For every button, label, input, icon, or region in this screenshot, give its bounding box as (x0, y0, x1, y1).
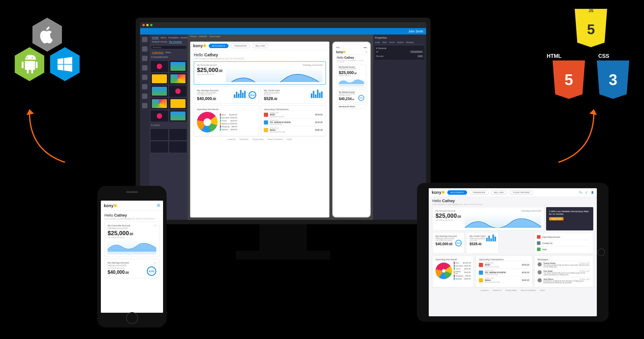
savings-card[interactable]: My Savings Account⋯ Savings xxxxxx2345 A… (104, 259, 160, 279)
tab-review[interactable]: Review (406, 41, 414, 44)
maximize-icon[interactable] (150, 24, 152, 26)
tab-look[interactable]: Look (375, 41, 380, 44)
section-dashboard[interactable]: ▾ DASHBOARD (151, 55, 187, 60)
spending-card[interactable]: Spending this Month Rent$3,000.00Educati… (432, 256, 474, 287)
component-thumb[interactable] (151, 98, 168, 109)
footer-link[interactable]: Privacy Policy (506, 289, 517, 291)
fav-account-card[interactable]: My Favourite Account Checking xxxxxx1234… (194, 61, 326, 85)
tab-default-library[interactable]: Default Library (152, 40, 167, 43)
library-search-input[interactable] (151, 45, 187, 49)
component-thumb[interactable] (169, 141, 187, 153)
messages-card[interactable]: Messages Tommy Parker15 May, 2017We had … (534, 256, 593, 287)
tool-icon[interactable] (142, 75, 147, 80)
footer-link[interactable]: Locate Us (481, 289, 489, 291)
tab-form[interactable]: Form (389, 41, 395, 44)
component-thumb[interactable] (169, 98, 187, 109)
upcoming-card[interactable]: Upcoming Transactions 15 May, 2017AT&TMo… (476, 256, 533, 287)
tab-skins[interactable]: Skins (160, 36, 166, 39)
transaction-row[interactable]: 15 May, 2017AT&TMobile phone for May$250… (264, 111, 323, 118)
cart-icon[interactable]: 🛒 (585, 191, 588, 194)
nav-offers[interactable]: YOUR OFFERS (510, 190, 533, 195)
message-row[interactable]: Tom Smith15 May, 2017You have reached th… (538, 269, 590, 277)
transaction-row[interactable]: 15 May, 2017TO: JASON D'COSTAHouse rent … (264, 118, 323, 126)
quick-link[interactable]: Open New Account› (537, 234, 591, 240)
tool-icon[interactable] (142, 94, 147, 99)
transaction-row[interactable]: 15 May, 2017GeicoAuto insurance for May$… (479, 276, 529, 284)
nav-billpay[interactable]: BILL PAY (252, 44, 269, 48)
component-thumb[interactable] (151, 110, 168, 122)
footer-link[interactable]: Privacy Policy (253, 138, 264, 140)
nav-transfer[interactable]: TRANSFER (469, 190, 489, 195)
tab-templates[interactable]: Templates (168, 36, 179, 39)
more-icon[interactable]: ⋯ (154, 261, 156, 264)
show-notes-toggle[interactable]: Show Notes (209, 35, 221, 37)
minimize-icon[interactable] (146, 24, 149, 26)
subtab-collections[interactable]: Collections (152, 51, 163, 54)
spending-card[interactable]: Spending this Month Rent$3,000.00Educati… (194, 105, 259, 136)
tool-icon[interactable] (142, 65, 147, 71)
component-thumb[interactable] (151, 61, 168, 72)
menu-icon[interactable]: ≡ (366, 51, 367, 53)
component-thumb[interactable] (169, 61, 187, 72)
upcoming-card[interactable]: Upcoming Transactions 15 May, 2017AT&TMo… (261, 105, 326, 136)
promo-card[interactable]: 2.99% Low Variable Introductory Rate for… (546, 207, 593, 230)
savings-card[interactable]: My Savings Account Savings xxxxxx2345 AV… (432, 232, 464, 254)
component-thumb[interactable] (151, 86, 168, 97)
tool-icon[interactable] (142, 84, 147, 89)
section-lists[interactable]: ▾ LISTS (151, 123, 187, 128)
tool-icon[interactable] (142, 37, 147, 42)
transaction-row[interactable]: 15 May, 2017AT&TMobile phone for May$250… (479, 261, 529, 268)
more-icon[interactable]: ⋯ (154, 224, 156, 227)
tool-icon[interactable] (142, 103, 147, 108)
tab-skin[interactable]: Skin (382, 41, 387, 44)
component-thumb[interactable] (169, 73, 187, 84)
device-select[interactable]: iPhone (190, 35, 197, 37)
subtab-skins[interactable]: Skins (165, 51, 171, 54)
search-icon[interactable]: 🔍 (579, 191, 582, 194)
component-thumb[interactable] (169, 86, 187, 97)
ide-user[interactable]: John Smith (408, 30, 423, 33)
nav-accounts[interactable]: ACCOUNTS (209, 44, 229, 48)
component-thumb[interactable] (151, 129, 168, 140)
apply-now-button[interactable]: Apply Now (549, 217, 564, 220)
nav-transfer[interactable]: TRANSFER (231, 44, 250, 48)
transaction-row[interactable]: 15 May, 2017GeicoAuto insurance for May$… (264, 126, 323, 134)
tool-icon[interactable] (142, 46, 147, 52)
savings-card[interactable]: My Savings Account Savings xxxxxx2345 AV… (194, 86, 259, 104)
transaction-row[interactable]: 15 May, 2017TO: JASON D'COSTAHouse rent … (479, 268, 529, 276)
quick-link[interactable]: Contact Us› (537, 240, 591, 246)
prop-id-value[interactable]: frmActDash (410, 50, 423, 53)
component-thumb[interactable] (169, 110, 187, 122)
component-thumb[interactable] (169, 129, 187, 140)
component-thumb[interactable] (151, 73, 168, 84)
tool-icon[interactable] (142, 56, 147, 61)
footer-link[interactable]: FAQ's (287, 138, 292, 140)
fav-account-card[interactable]: My Favourite AccountChecking xxxxxx1234 … (432, 207, 544, 230)
user-icon[interactable]: 👤 (591, 191, 594, 194)
last-signed: LAST SIGNED IN SEPTEMBER 26, 2017 AT 5:3… (194, 58, 326, 60)
nav-accounts[interactable]: ACCOUNTS (447, 190, 467, 195)
credit-card[interactable]: My Credit Card Visa xxxxxx2345 BALANCE $… (466, 232, 498, 254)
prop-render-value[interactable]: Edit (417, 55, 423, 58)
component-thumb[interactable] (151, 141, 168, 153)
fav-account-card[interactable]: My Favourite Account⋯ Checking xxxxxx123… (104, 222, 160, 257)
message-row[interactable]: Joan Ellson15 May, 2017Powered by artifi… (538, 277, 590, 285)
footer-link[interactable]: Terms & Conditions (268, 138, 283, 140)
tab-assets[interactable]: Assets (180, 36, 188, 39)
footer-link[interactable]: FAQ's (540, 289, 545, 291)
props-section[interactable]: ▾ General (376, 47, 423, 50)
resolution-select[interactable]: 640x960 (199, 35, 207, 37)
footer-link[interactable]: Terms & Conditions (521, 289, 536, 291)
quick-link[interactable]: Help› (537, 246, 591, 252)
footer-link[interactable]: Contact Us (493, 289, 502, 291)
footer-link[interactable]: Locate Us (228, 138, 236, 140)
tab-action[interactable]: Action (397, 41, 404, 44)
close-icon[interactable] (142, 24, 145, 26)
footer-link[interactable]: Contact Us (240, 138, 249, 140)
credit-card[interactable]: My Credit Card Visa xxxxxx2345 BALANCE $… (261, 86, 326, 104)
tab-my-libraries[interactable]: My Libraries (169, 40, 182, 43)
menu-icon[interactable]: ≡ (157, 202, 160, 209)
nav-billpay[interactable]: BILL PAY (491, 190, 507, 195)
message-row[interactable]: Tommy Parker15 May, 2017We had a problem… (538, 261, 590, 269)
tab-acme[interactable]: ACME (152, 36, 159, 39)
